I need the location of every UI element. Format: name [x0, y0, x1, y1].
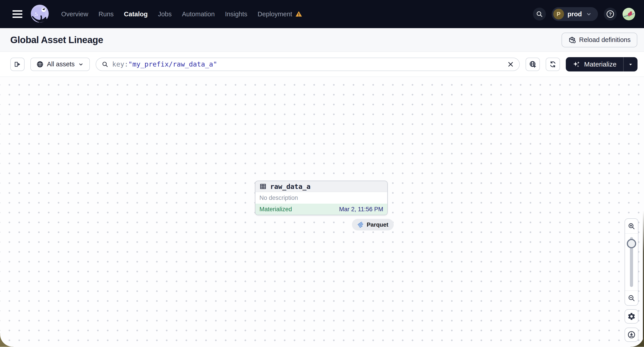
chevron-down-icon: [78, 61, 84, 67]
status-badge: Materialized: [260, 206, 292, 213]
zoom-controls: [624, 218, 638, 306]
header-right-cluster: P prod ?: [533, 7, 635, 21]
nav-label: Runs: [98, 10, 114, 18]
materialize-label: Materialize: [584, 60, 616, 68]
nav-item-catalog[interactable]: Catalog: [124, 10, 148, 18]
app-header: Overview Runs Catalog Jobs Automation In…: [0, 0, 644, 28]
nav-item-automation[interactable]: Automation: [182, 10, 215, 18]
menu-icon[interactable]: [12, 10, 22, 18]
environment-label: prod: [568, 10, 582, 18]
nav-label: Overview: [61, 10, 88, 18]
zoom-slider-handle[interactable]: [627, 239, 636, 248]
lineage-canvas[interactable]: raw_data_a No description Materialized M…: [0, 77, 644, 347]
asset-scope-label: All assets: [47, 60, 75, 68]
nav-item-jobs[interactable]: Jobs: [158, 10, 172, 18]
search-icon[interactable]: [533, 7, 546, 20]
reload-definitions-button[interactable]: Reload definitions: [562, 32, 637, 47]
materialization-timestamp[interactable]: Mar 2, 11:56 PM: [339, 206, 383, 213]
search-icon: [102, 61, 108, 68]
nav-label: Catalog: [124, 10, 148, 18]
warning-icon: [295, 10, 302, 18]
reload-definitions-icon: [568, 36, 576, 44]
asset-tag-label: Parquet: [367, 221, 388, 228]
zoom-in-icon: [628, 222, 636, 230]
page-title: Global Asset Lineage: [10, 35, 103, 45]
help-icon[interactable]: ?: [604, 7, 617, 20]
clear-icon[interactable]: [507, 60, 514, 68]
asset-node-body: No description: [256, 192, 387, 204]
gear-icon: [627, 312, 636, 321]
globe-icon: [36, 60, 44, 68]
parquet-icon: [357, 221, 364, 228]
main-nav: Overview Runs Catalog Jobs Automation In…: [61, 10, 302, 18]
user-avatar[interactable]: [622, 8, 635, 20]
asset-node-header: raw_data_a: [256, 181, 387, 192]
dagster-logo[interactable]: [30, 4, 50, 24]
svg-text:?: ?: [609, 11, 612, 16]
asset-tag-parquet[interactable]: Parquet: [352, 219, 394, 230]
lineage-toolbar: All assets key:"my_prefix/raw_data_a" Ma…: [0, 52, 644, 77]
chevron-down-icon: [586, 11, 592, 17]
open-panel-button[interactable]: [10, 58, 24, 71]
materialize-button[interactable]: Materialize: [566, 57, 623, 71]
nav-label: Jobs: [158, 10, 172, 18]
table-icon: [260, 183, 266, 190]
window-corner-bottom-left: [0, 333, 14, 347]
reload-definitions-label: Reload definitions: [579, 36, 630, 43]
globe-add-icon: [529, 60, 537, 68]
asset-node-status-row: Materialized Mar 2, 11:56 PM: [256, 204, 387, 215]
zoom-slider[interactable]: [625, 234, 638, 291]
zoom-out-icon: [628, 294, 636, 302]
nav-label: Deployment: [258, 10, 292, 18]
environment-avatar: P: [553, 9, 564, 19]
asset-node-raw-data-a[interactable]: raw_data_a No description Materialized M…: [255, 181, 388, 215]
materialize-split-button: Materialize: [566, 57, 638, 71]
nav-item-deployment[interactable]: Deployment: [258, 10, 302, 18]
sparkles-icon: [572, 60, 580, 68]
refresh-button[interactable]: [546, 58, 560, 71]
new-lineage-tab-button[interactable]: [526, 58, 540, 71]
nav-label: Insights: [225, 10, 247, 18]
asset-search-input[interactable]: key:"my_prefix/raw_data_a": [96, 58, 520, 71]
search-query-value: "my_prefix/raw_data_a": [128, 60, 217, 68]
search-query-text: key:"my_prefix/raw_data_a": [112, 60, 503, 68]
nav-item-overview[interactable]: Overview: [61, 10, 88, 18]
graph-settings-button[interactable]: [624, 309, 638, 324]
nav-item-insights[interactable]: Insights: [225, 10, 247, 18]
zoom-in-button[interactable]: [625, 219, 638, 234]
search-query-prefix: key:: [112, 60, 128, 68]
nav-label: Automation: [182, 10, 215, 18]
asset-scope-dropdown[interactable]: All assets: [30, 58, 90, 71]
environment-switcher[interactable]: P prod: [552, 7, 598, 21]
window-corner-bottom-right: [630, 333, 644, 347]
asset-node-description: No description: [260, 195, 298, 201]
caret-down-icon: [628, 61, 634, 67]
window-edge: [643, 211, 644, 347]
panel-open-icon: [14, 61, 21, 68]
materialize-options-button[interactable]: [624, 57, 638, 71]
refresh-icon: [549, 60, 557, 68]
zoom-out-button[interactable]: [625, 291, 638, 305]
nav-item-runs[interactable]: Runs: [98, 10, 114, 18]
title-bar: Global Asset Lineage Reload definitions: [0, 28, 644, 52]
asset-node-title: raw_data_a: [270, 183, 310, 190]
